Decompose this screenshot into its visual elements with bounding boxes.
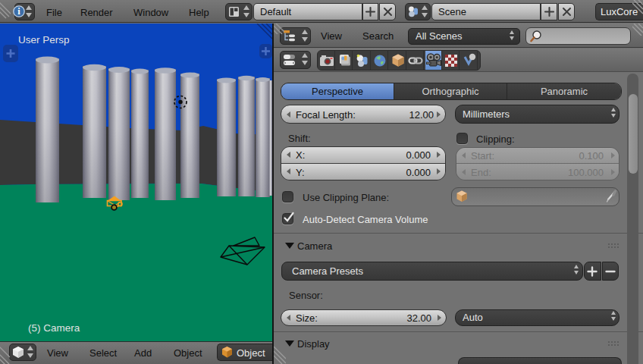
- svg-text:User Persp: User Persp: [18, 34, 70, 46]
- svg-text:(5) Camera: (5) Camera: [28, 322, 80, 334]
- svg-text:i: i: [17, 6, 20, 17]
